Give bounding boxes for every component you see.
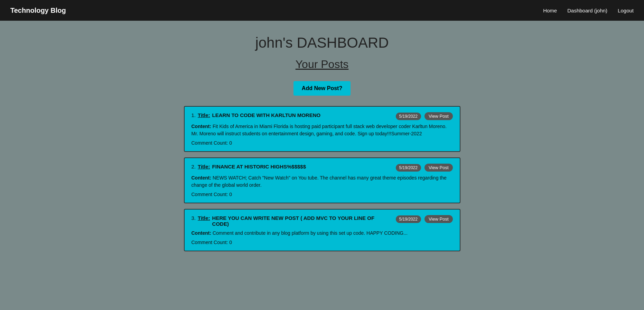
comment-count-value-3: 0 (229, 240, 232, 245)
posts-container: 1. Title: LEARN TO CODE WITH KARLTUN MOR… (184, 106, 460, 251)
your-posts-heading: Your Posts (296, 58, 349, 71)
post-meta-1: 5/19/2022 View Post (396, 112, 453, 120)
post-content-label-2: Content: (192, 175, 212, 181)
post-number-2: 2. (192, 164, 196, 169)
post-comment-count-1: Comment Count: 0 (192, 140, 453, 146)
post-card-3: 3. Title: HERE YOU CAN WRITE NEW POST ( … (184, 209, 460, 251)
post-content-3: Content: Comment and contribute in any b… (192, 230, 453, 237)
add-new-post-button[interactable]: Add New Post? (293, 81, 351, 96)
post-number-title-2: 2. Title: FINANCE AT HISTORIC HIGHS%$$$$… (192, 164, 396, 169)
post-content-text-3: Comment and contribute in any blog platf… (213, 230, 408, 236)
comment-count-label-1: Comment Count: (192, 140, 228, 146)
post-number-3: 3. (192, 215, 196, 221)
post-date-1: 5/19/2022 (396, 113, 421, 120)
view-post-button-2[interactable]: View Post (424, 164, 453, 172)
post-card-2: 2. Title: FINANCE AT HISTORIC HIGHS%$$$$… (184, 157, 460, 203)
post-content-label-3: Content: (192, 230, 212, 236)
post-title-label-3: Title: (198, 215, 210, 221)
comment-count-value-1: 0 (229, 140, 232, 146)
post-title-text-2: FINANCE AT HISTORIC HIGHS%$$$$$ (212, 164, 306, 169)
post-comment-count-2: Comment Count: 0 (192, 192, 453, 197)
post-content-label-1: Content: (192, 124, 212, 129)
post-title-label-1: Title: (198, 112, 210, 118)
post-comment-count-3: Comment Count: 0 (192, 240, 453, 245)
post-meta-2: 5/19/2022 View Post (396, 164, 453, 172)
comment-count-value-2: 0 (229, 192, 232, 197)
view-post-button-1[interactable]: View Post (424, 112, 453, 120)
post-date-2: 5/19/2022 (396, 164, 421, 172)
post-title-text-1: LEARN TO CODE WITH KARLTUN MORENO (212, 112, 321, 118)
post-header-2: 2. Title: FINANCE AT HISTORIC HIGHS%$$$$… (192, 164, 453, 172)
nav-links: Home Dashboard (john) Logout (543, 8, 634, 13)
post-number-title-1: 1. Title: LEARN TO CODE WITH KARLTUN MOR… (192, 112, 396, 118)
post-content-text-1: Fit Kids of America in Miami Florida is … (192, 124, 447, 136)
navbar: Technology Blog Home Dashboard (john) Lo… (0, 0, 644, 21)
comment-count-label-3: Comment Count: (192, 240, 228, 245)
nav-brand: Technology Blog (10, 7, 66, 14)
view-post-button-3[interactable]: View Post (424, 215, 453, 223)
post-header-3: 3. Title: HERE YOU CAN WRITE NEW POST ( … (192, 215, 453, 227)
post-title-text-3: HERE YOU CAN WRITE NEW POST ( ADD MVC TO… (212, 215, 389, 227)
post-number-title-3: 3. Title: HERE YOU CAN WRITE NEW POST ( … (192, 215, 396, 227)
post-content-text-2: NEWS WATCH; Catch "New Watch" on You tub… (192, 175, 447, 188)
home-link[interactable]: Home (543, 8, 557, 13)
logout-link[interactable]: Logout (618, 8, 634, 13)
post-number-1: 1. (192, 112, 196, 118)
post-date-3: 5/19/2022 (396, 215, 421, 223)
dashboard-title: john's DASHBOARD (255, 35, 389, 51)
comment-count-label-2: Comment Count: (192, 192, 228, 197)
dashboard-link[interactable]: Dashboard (john) (567, 8, 607, 13)
post-header-1: 1. Title: LEARN TO CODE WITH KARLTUN MOR… (192, 112, 453, 120)
post-content-2: Content: NEWS WATCH; Catch "New Watch" o… (192, 174, 453, 189)
post-meta-3: 5/19/2022 View Post (396, 215, 453, 223)
post-content-1: Content: Fit Kids of America in Miami Fl… (192, 123, 453, 137)
post-title-label-2: Title: (198, 164, 210, 169)
post-card-1: 1. Title: LEARN TO CODE WITH KARLTUN MOR… (184, 106, 460, 152)
main-content: john's DASHBOARD Your Posts Add New Post… (0, 21, 644, 265)
